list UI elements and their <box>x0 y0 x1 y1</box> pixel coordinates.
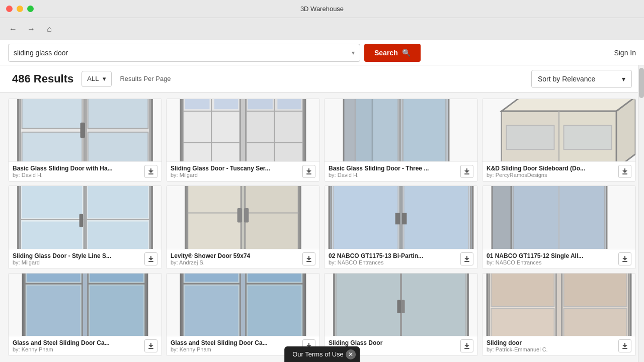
grid-item[interactable]: 01 NABCO GT1175-12 Single All... by: NAB… <box>482 186 636 268</box>
search-input[interactable] <box>14 49 352 57</box>
search-button[interactable]: Search 🔍 <box>364 44 421 62</box>
item-info: 02 NABCO GT1175-13 Bi-Partin... by: NABC… <box>325 249 477 268</box>
svg-rect-47 <box>79 214 84 227</box>
item-author: by: David H. <box>329 172 460 178</box>
item-title: Sliding Glass Door - Style Line S... <box>13 252 123 259</box>
search-dropdown-icon[interactable]: ▾ <box>352 49 355 56</box>
svg-rect-6 <box>88 132 148 161</box>
svg-rect-104 <box>564 308 627 336</box>
svg-rect-60 <box>333 186 398 248</box>
forward-button[interactable]: → <box>24 22 38 36</box>
svg-rect-54 <box>237 208 243 223</box>
item-text: Sliding Glass Door - Tuscany Ser... by: … <box>171 165 302 178</box>
svg-rect-46 <box>88 221 148 249</box>
item-title: 01 NABCO GT1175-12 Single All... <box>487 252 597 259</box>
results-header: 486 Results ALL ▾ Results Per Page Sort … <box>0 65 644 93</box>
item-text: Glass and Steel Sliding Door Ca... by: K… <box>171 339 302 352</box>
svg-rect-18 <box>185 99 209 109</box>
item-title: Glass and Steel Sliding Door Ca... <box>171 339 281 346</box>
item-title: Basic Glass Sliding Door with Ha... <box>13 165 123 172</box>
svg-marker-66 <box>492 186 511 248</box>
search-icon: 🔍 <box>402 49 411 57</box>
grid-item[interactable]: Levity® Shower Door 59x74 by: Andrzej S. <box>166 186 320 268</box>
svg-rect-4 <box>22 132 83 161</box>
sign-in-link[interactable]: Sign In <box>614 49 636 57</box>
item-author: by: Andrzej S. <box>171 259 302 265</box>
svg-rect-102 <box>491 308 554 336</box>
download-button[interactable] <box>302 165 315 178</box>
svg-rect-90 <box>248 286 301 336</box>
filter-dropdown-icon: ▾ <box>103 75 106 82</box>
svg-rect-51 <box>245 186 298 248</box>
svg-rect-3 <box>22 99 83 128</box>
scrollbar[interactable] <box>638 65 644 362</box>
svg-rect-45 <box>88 186 148 217</box>
item-image <box>167 186 319 248</box>
grid-item[interactable]: ····· Glass and Steel Sliding Door Ca...… <box>8 273 162 356</box>
item-info: Basic Glass Sliding Door - Three ... by:… <box>325 161 477 181</box>
item-image <box>9 99 162 161</box>
grid-item[interactable]: Sliding Glass Door by: <box>324 273 478 356</box>
svg-rect-76 <box>27 274 80 282</box>
svg-rect-64 <box>464 261 469 262</box>
grid-item[interactable]: Glass and Steel Sliding Door Ca... by: K… <box>166 273 320 356</box>
svg-rect-20 <box>248 99 273 109</box>
svg-rect-36 <box>564 126 612 150</box>
item-author: by: NABCO Entrances <box>329 259 460 265</box>
svg-rect-97 <box>464 348 469 349</box>
svg-rect-101 <box>491 274 554 307</box>
terms-close-button[interactable]: ✕ <box>346 349 356 359</box>
download-button[interactable] <box>144 252 157 265</box>
svg-rect-22 <box>306 173 311 174</box>
close-button[interactable] <box>6 6 13 12</box>
grid-item[interactable]: Sliding Glass Door - Style Line S... by:… <box>8 186 162 268</box>
item-image <box>325 274 477 336</box>
download-button[interactable] <box>618 252 631 265</box>
filter-all-dropdown[interactable]: ALL ▾ <box>82 71 112 87</box>
item-info: K&D Sliding Door Sideboard (Do... by: Pe… <box>482 161 635 181</box>
home-button[interactable]: ⌂ <box>42 22 56 36</box>
download-button[interactable] <box>460 165 473 178</box>
download-button[interactable] <box>144 165 157 178</box>
item-author: by: Kenny Pham <box>171 346 302 352</box>
item-image <box>482 186 635 248</box>
svg-rect-8 <box>148 173 153 174</box>
grid-item[interactable]: Sliding Glass Door - Tuscany Ser... by: … <box>166 99 320 182</box>
item-info: Sliding door by: Patrick-Emmanuel C. <box>482 336 635 355</box>
svg-rect-70 <box>622 261 627 262</box>
svg-rect-96 <box>401 300 405 313</box>
scrollbar-thumb[interactable] <box>639 68 644 98</box>
item-info: Glass and Steel Sliding Door Ca... by: K… <box>9 336 162 355</box>
back-button[interactable]: ← <box>6 22 20 36</box>
download-button[interactable] <box>302 252 315 265</box>
grid-item[interactable]: K&D Sliding Door Sideboard (Do... by: Pe… <box>482 99 636 182</box>
item-title: Sliding door <box>487 339 597 346</box>
svg-rect-28 <box>464 173 469 174</box>
filter-all-label: ALL <box>87 75 99 82</box>
minimize-button[interactable] <box>17 6 23 12</box>
svg-rect-37 <box>622 173 627 174</box>
results-per-page-label: Results Per Page <box>120 75 171 82</box>
svg-rect-5 <box>88 99 148 128</box>
download-button[interactable] <box>460 339 473 352</box>
item-text: Levity® Shower Door 59x74 by: Andrzej S. <box>171 252 302 265</box>
maximize-button[interactable] <box>27 6 34 12</box>
grid-item[interactable]: 02 NABCO GT1175-13 Bi-Partin... by: NABC… <box>324 186 478 268</box>
download-button[interactable] <box>460 252 473 265</box>
grid-item[interactable]: Basic Glass Sliding Door with Ha... by: … <box>8 99 162 182</box>
app-title: 3D Warehouse <box>300 5 344 13</box>
svg-rect-26 <box>403 99 446 161</box>
title-bar: 3D Warehouse <box>0 0 644 18</box>
sort-dropdown[interactable]: Sort by Relevance ▾ <box>531 70 632 88</box>
item-text: Basic Glass Sliding Door with Ha... by: … <box>13 165 144 178</box>
download-button[interactable] <box>618 165 631 178</box>
grid-item[interactable]: Sliding door by: Patrick-Emmanuel C. <box>482 273 636 356</box>
download-button[interactable] <box>618 339 631 352</box>
item-text: Sliding Glass Door - Style Line S... by:… <box>13 252 144 265</box>
item-author: by: PercyRamosDesigns <box>487 172 618 178</box>
item-text: Basic Glass Sliding Door - Three ... by:… <box>329 165 460 178</box>
window-controls <box>6 6 34 12</box>
grid-item[interactable]: Basic Glass Sliding Door - Three ... by:… <box>324 99 478 182</box>
download-button[interactable] <box>144 339 157 352</box>
item-info: Sliding Glass Door - Tuscany Ser... by: … <box>167 161 319 181</box>
